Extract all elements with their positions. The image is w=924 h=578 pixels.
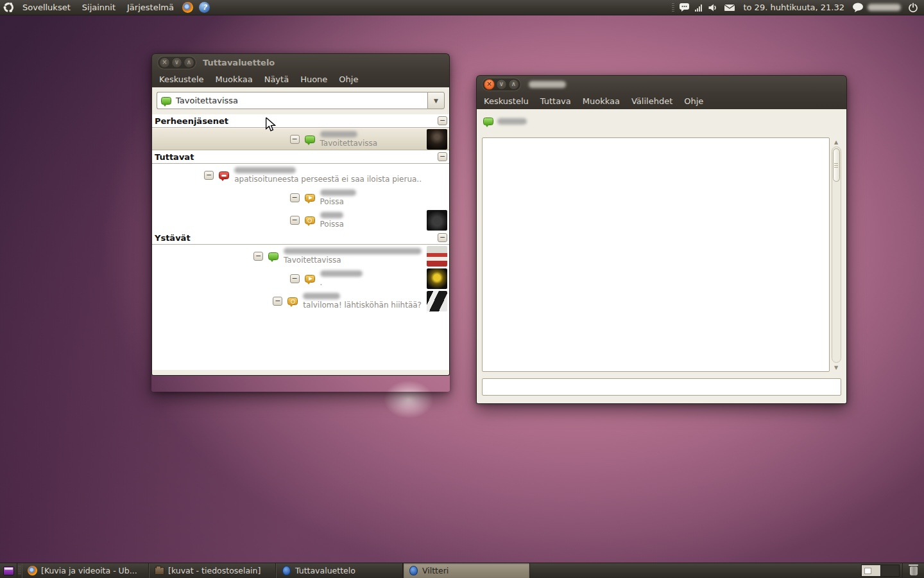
list-item[interactable]: apatisoituneesta perseestä ei saa iloist… [152, 164, 449, 186]
list-item[interactable]: Poissa [152, 186, 449, 209]
list-item[interactable]: Ystävät [152, 231, 449, 245]
list-item[interactable]: Tuttavat [152, 150, 449, 164]
group-header [157, 135, 300, 144]
menubar-item[interactable]: Keskustele [153, 71, 210, 87]
maximize-icon[interactable]: ∧ [508, 79, 519, 90]
task-app-icon [27, 566, 37, 576]
user-name-blurred[interactable] [868, 4, 901, 11]
power-icon[interactable] [907, 1, 920, 14]
volume-icon[interactable] [706, 1, 719, 14]
workspace-2[interactable] [880, 565, 899, 576]
minimize-icon[interactable]: ∨ [496, 79, 507, 90]
chat-window-body [476, 109, 847, 404]
collapse-group-icon[interactable] [290, 193, 300, 202]
network-signal-icon[interactable] [695, 4, 702, 12]
buddy-avatar [427, 210, 447, 231]
workspace-1[interactable] [862, 565, 880, 576]
menu-applications[interactable]: Sovellukset [17, 0, 76, 15]
maximize-icon[interactable]: ∧ [184, 57, 194, 68]
chat-window-footer [482, 396, 841, 403]
buddy-window-titlebar[interactable]: × ∨ ∧ Tuttavaluettelo [152, 54, 449, 71]
taskbar-task-button[interactable]: [kuvat - tiedostoselain] [149, 563, 276, 578]
menu-places[interactable]: Sijainnit [76, 0, 121, 15]
message-history-area[interactable] [482, 137, 830, 372]
collapse-group-icon[interactable] [438, 152, 447, 161]
chat-window: × ∨ ∧ KeskusteluTuttavaMuokkaaVälilehdet… [476, 75, 847, 403]
status-selector: Tavoitettavissa [152, 87, 449, 114]
menubar-item[interactable]: Näytä [259, 71, 295, 87]
list-item[interactable]: talviloma! lähtisköhän hiihtää? [152, 290, 449, 312]
window-title: Tuttavaluettelo [203, 58, 275, 67]
contact-status-icon [483, 118, 493, 125]
menubar-item[interactable]: Huone [295, 71, 333, 87]
clock[interactable]: to 29. huhtikuuta, 21.32 [738, 3, 850, 12]
buddy-row: talviloma! lähtisköhän hiihtää? [287, 291, 447, 311]
collapse-group-icon[interactable] [438, 116, 447, 125]
menubar-item[interactable]: Muokkaa [577, 92, 626, 109]
scroll-down-icon[interactable] [834, 363, 838, 372]
list-item[interactable]: . [152, 267, 449, 290]
mail-indicator-icon[interactable] [723, 1, 736, 14]
menubar-item[interactable]: Ohje [333, 71, 364, 87]
taskbar-task-button[interactable]: Tuttavaluettelo [276, 563, 403, 578]
buddy-name-blurred [284, 248, 422, 254]
buddy-text: Tavoitettavissa [284, 248, 422, 265]
show-desktop-button[interactable] [0, 563, 17, 578]
ubuntu-logo-icon[interactable] [2, 1, 15, 14]
message-input[interactable] [482, 378, 841, 396]
firefox-launcher-icon[interactable] [182, 1, 194, 14]
group-label: Tuttavat [155, 152, 194, 162]
buddy-status-text: Tavoitettavissa [284, 256, 422, 265]
user-status-balloon-icon[interactable] [851, 1, 864, 14]
buddy-window-top: × ∨ ∧ Tuttavaluettelo KeskusteleMuokkaaN… [151, 53, 450, 87]
buddy-status-text: Poissa [320, 198, 422, 206]
menubar-item[interactable]: Keskustelu [478, 92, 535, 109]
group-header [157, 252, 263, 261]
scrollbar-thumb[interactable] [833, 148, 840, 182]
group-header [157, 274, 300, 283]
help-launcher-icon[interactable] [198, 1, 211, 14]
collapse-group-icon[interactable] [290, 135, 300, 144]
menubar-item[interactable]: Muokkaa [210, 71, 259, 87]
trash-applet[interactable] [902, 563, 924, 578]
menubar-item[interactable]: Välilehdet [626, 92, 678, 109]
group-label: Ystävät [155, 233, 191, 243]
collapse-group-icon[interactable] [204, 171, 214, 180]
status-selector-dropdown-button[interactable] [427, 92, 445, 109]
list-item[interactable]: Perheenjäsenet [152, 114, 449, 128]
buddy-status-text: Poissa [320, 220, 422, 229]
buddy-name-blurred [320, 131, 357, 137]
collapse-group-icon[interactable] [273, 297, 282, 306]
taskbar-task-button[interactable]: Viltteri [403, 563, 530, 578]
status-selector-field[interactable]: Tavoitettavissa [157, 92, 427, 109]
menu-system[interactable]: Järjestelmä [121, 0, 180, 15]
collapse-group-icon[interactable] [253, 252, 263, 261]
buddy-text: Poissa [320, 189, 422, 206]
close-icon[interactable]: × [159, 57, 170, 68]
messaging-indicator-icon[interactable] [678, 1, 690, 14]
chat-window-titlebar[interactable]: × ∨ ∧ [477, 76, 846, 92]
tasklist-grip[interactable] [18, 566, 21, 575]
buddy-avatar [427, 129, 447, 150]
taskbar-task-button[interactable]: [Kuvia ja videoita - Ub... [22, 563, 149, 578]
minimize-icon[interactable]: ∨ [171, 57, 182, 68]
list-item[interactable]: Poissa [152, 209, 449, 231]
buddy-row: Poissa [305, 210, 448, 231]
menubar-item[interactable]: Tuttava [535, 92, 577, 109]
buddy-text: Poissa [320, 212, 422, 229]
list-item[interactable]: Tavoitettavissa [152, 245, 449, 267]
buddy-status-icon [268, 252, 278, 260]
scroll-up-icon[interactable] [834, 137, 838, 146]
close-icon[interactable]: × [484, 79, 495, 90]
scrollbar-track[interactable] [832, 146, 841, 363]
buddy-status-text: Tavoitettavissa [320, 139, 422, 148]
collapse-group-icon[interactable] [290, 274, 300, 283]
buddy-window-footer [152, 370, 449, 375]
chat-contact-infopane[interactable] [482, 113, 841, 130]
show-desktop-icon [3, 566, 14, 575]
applet-grip[interactable] [672, 3, 674, 12]
menubar-item[interactable]: Ohje [678, 92, 709, 109]
list-item[interactable]: Tavoitettavissa [152, 128, 449, 150]
collapse-group-icon[interactable] [438, 233, 447, 242]
collapse-group-icon[interactable] [290, 216, 300, 225]
